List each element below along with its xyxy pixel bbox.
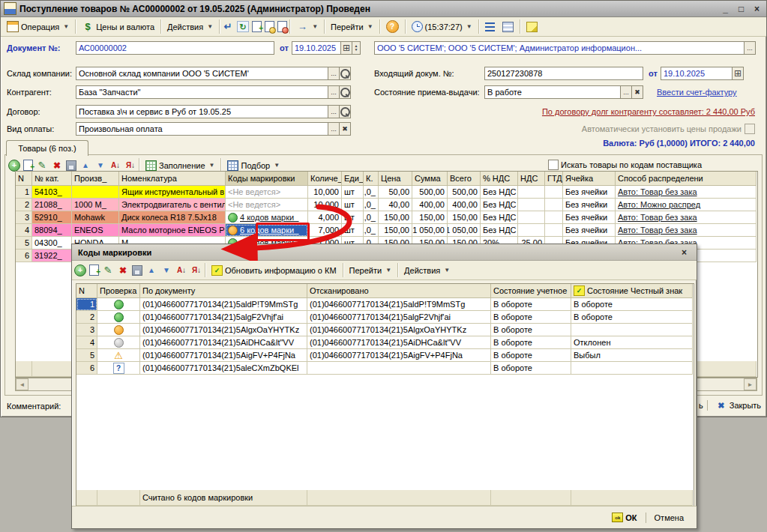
sum-cell[interactable]: 1 050,00: [412, 224, 448, 237]
vat-rate-cell[interactable]: Без НДС: [481, 224, 518, 237]
warehouse-open-button[interactable]: [339, 67, 351, 80]
edit-icon[interactable]: [102, 265, 114, 276]
delete-icon[interactable]: [51, 160, 63, 172]
doc-date-field[interactable]: 19.10.2025: [292, 41, 341, 55]
refresh-icon[interactable]: [237, 21, 249, 32]
sort-asc-icon[interactable]: [109, 160, 121, 172]
note-button[interactable]: [523, 21, 541, 33]
column-header[interactable]: % НДС: [481, 172, 518, 186]
accounting-state-cell[interactable]: В обороте: [491, 336, 571, 349]
column-header[interactable]: НДС: [518, 172, 545, 186]
gtd-cell[interactable]: [545, 186, 563, 199]
reread-icon[interactable]: [222, 21, 234, 33]
code-by-document-cell[interactable]: (01)04660077170134(21)5AigFV+P4FjNa: [140, 349, 307, 362]
print-button[interactable]: ▼: [292, 20, 322, 34]
incoming-date-field[interactable]: 19.10.2025: [661, 67, 733, 80]
storage-cell[interactable]: Без ячейки: [563, 199, 616, 211]
accounting-state-cell[interactable]: В обороте: [491, 362, 571, 375]
column-header[interactable]: Состояние Честный знак: [571, 284, 693, 298]
sum-cell[interactable]: 400,00: [412, 199, 448, 211]
state-ellipsis-button[interactable]: ...: [620, 85, 632, 99]
enter-invoice-link[interactable]: Ввести счет-фактуру: [657, 88, 737, 97]
close-button[interactable]: ×: [751, 3, 763, 14]
footer-cell[interactable]: [76, 490, 97, 506]
column-header[interactable]: Отсканировано: [307, 284, 491, 298]
pick-button[interactable]: Подбор ▼: [223, 160, 283, 172]
dialog-goto-button[interactable]: Перейти ▼: [346, 265, 396, 276]
column-header[interactable]: ГТД: [545, 172, 563, 186]
scroll-left-icon[interactable]: ◄: [16, 378, 28, 390]
copy-create-icon[interactable]: [252, 21, 262, 32]
code-by-document-cell[interactable]: (01)04660077170134(21)5aldP!T9MmSTg: [140, 298, 307, 311]
column-header[interactable]: Проверка: [97, 284, 140, 298]
gtd-cell[interactable]: [545, 224, 563, 237]
scroll-right-icon[interactable]: ►: [744, 378, 757, 390]
distribution-cell[interactable]: Авто: Товар без зака: [616, 224, 757, 237]
manufacturer-cell[interactable]: 1000 M_: [72, 199, 119, 211]
check-status-cell[interactable]: [97, 311, 140, 324]
unit-cell[interactable]: шт: [342, 211, 364, 224]
goto-button[interactable]: Перейти ▼: [327, 22, 377, 32]
total-cell[interactable]: 150,00: [448, 211, 481, 224]
code-scanned-cell[interactable]: (01)04660077170134(21)5AigFV+P4FjNa: [307, 349, 491, 362]
column-header[interactable]: Коды маркировки: [226, 172, 308, 186]
check-status-cell[interactable]: ⚠: [97, 349, 140, 362]
contract-open-button[interactable]: [339, 105, 351, 118]
state-field[interactable]: В работе: [484, 85, 621, 99]
row-number-cell[interactable]: 2: [16, 199, 32, 211]
manufacturer-cell[interactable]: ENEOS: [72, 224, 119, 237]
row-number-cell[interactable]: 4: [76, 336, 97, 349]
unit-cell[interactable]: шт: [342, 224, 364, 237]
save-order-icon[interactable]: [66, 160, 76, 171]
row-number-cell[interactable]: 1: [76, 298, 97, 311]
catalog-number-cell[interactable]: 04300_: [32, 237, 72, 250]
contractor-ellipsis-button[interactable]: ...: [328, 85, 340, 99]
column-header[interactable]: Сумма: [412, 172, 448, 186]
calendar-icon[interactable]: [732, 67, 744, 80]
sort-desc-icon[interactable]: [124, 160, 136, 172]
row-number-cell[interactable]: 6: [16, 250, 32, 262]
tab-goods[interactable]: Товары (6 поз.): [6, 140, 88, 156]
column-header[interactable]: Количе_: [308, 172, 342, 186]
quantity-cell[interactable]: 4,000: [308, 211, 342, 224]
column-header[interactable]: Цена: [379, 172, 412, 186]
honest-sign-state-cell[interactable]: В обороте: [571, 311, 693, 324]
row-number-cell[interactable]: 2: [76, 311, 97, 324]
vat-rate-cell[interactable]: Без НДС: [481, 211, 518, 224]
scanned-count-footer[interactable]: Считано 6 кодов маркировки: [140, 490, 307, 506]
column-header[interactable]: Еди_: [342, 172, 364, 186]
state-clear-button[interactable]: ✖: [631, 85, 643, 99]
storage-cell[interactable]: Без ячейки: [563, 186, 616, 199]
delete-icon[interactable]: [117, 265, 129, 276]
sum-cell[interactable]: 150,00: [412, 211, 448, 224]
accounting-state-cell[interactable]: В обороте: [491, 324, 571, 336]
storage-cell[interactable]: Без ячейки: [563, 211, 616, 224]
incoming-number-field[interactable]: 250127230878: [484, 67, 643, 80]
total-cell[interactable]: 500,00: [448, 186, 481, 199]
column-header[interactable]: Номенклатура: [119, 172, 226, 186]
structure-button[interactable]: [481, 22, 499, 32]
price-cell[interactable]: 50,00: [379, 186, 412, 199]
marking-codes-cell[interactable]: <Не ведется>: [226, 186, 308, 199]
coefficient-cell[interactable]: 1,0_: [364, 199, 379, 211]
catalog-number-cell[interactable]: 52910_: [32, 211, 72, 224]
footer-cell[interactable]: [32, 361, 72, 377]
honest-sign-state-cell[interactable]: [571, 324, 693, 336]
storage-cell[interactable]: Без ячейки: [563, 224, 616, 237]
row-number-cell[interactable]: 4: [16, 224, 32, 237]
dialog-close-button[interactable]: ×: [678, 247, 691, 258]
accounting-state-cell[interactable]: В обороте: [491, 311, 571, 324]
coefficient-cell[interactable]: 1,0_: [364, 211, 379, 224]
add-icon[interactable]: [8, 160, 20, 172]
copy-icon[interactable]: [23, 160, 33, 171]
edit-icon[interactable]: [36, 160, 48, 172]
footer-cell[interactable]: [571, 490, 693, 506]
total-cell[interactable]: 1 050,00: [448, 224, 481, 237]
add-icon[interactable]: [74, 265, 86, 276]
column-header[interactable]: N: [76, 284, 97, 298]
vat-rate-cell[interactable]: Без НДС: [481, 199, 518, 211]
total-cell[interactable]: 400,00: [448, 199, 481, 211]
row-number-cell[interactable]: 5: [16, 237, 32, 250]
honest-sign-state-cell[interactable]: Отклонен: [571, 336, 693, 349]
org-summary-field[interactable]: ООО '5 СИСТЕМ'; ООО '5 СИСТЕМ'; Админист…: [374, 41, 745, 55]
